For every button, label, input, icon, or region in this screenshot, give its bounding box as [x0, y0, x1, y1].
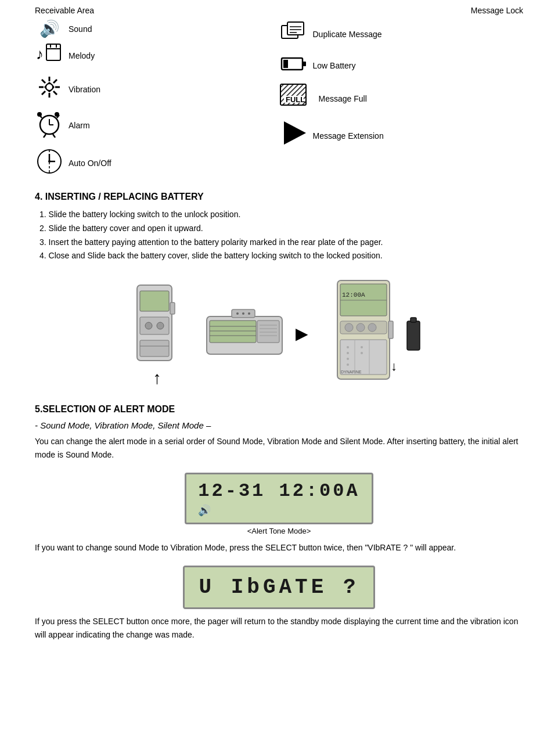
- svg-point-53: [242, 312, 244, 315]
- lcd-screen-alert: 12-31 12:00A 🔊: [185, 473, 373, 524]
- message-full-label: Message Full: [319, 94, 367, 103]
- svg-point-75: [347, 346, 349, 348]
- svg-rect-65: [340, 284, 387, 316]
- svg-line-23: [53, 134, 55, 138]
- svg-line-22: [44, 134, 46, 138]
- lcd-caption: <Alert Tone Mode>: [247, 527, 311, 535]
- icons-left-column: 🔊 Sound ♪ Melody: [35, 19, 279, 181]
- message-lock-label: Message Lock: [471, 6, 523, 15]
- svg-point-19: [37, 112, 42, 117]
- section4: 4. INSERTING / REPLACING BATTERY 1. Slid…: [35, 192, 523, 393]
- svg-rect-1: [46, 44, 60, 60]
- icon-row-message-full: FULL Message Full: [279, 81, 524, 116]
- auto-onoff-icon: [35, 147, 64, 179]
- receivable-area-label: Receivable Area: [35, 6, 94, 15]
- icon-row-auto-onoff: Auto On/Off: [35, 145, 279, 181]
- low-battery-icon: [279, 52, 308, 78]
- icon-row-sound: 🔊 Sound: [35, 19, 279, 39]
- right-arrow-icon: ▶: [296, 324, 308, 343]
- svg-point-77: [347, 358, 349, 360]
- section5-subheading: - Sound Mode, Vibration Mode, Silent Mod…: [35, 420, 523, 430]
- vibration-label: Vibration: [69, 85, 100, 94]
- svg-rect-82: [388, 321, 393, 339]
- auto-onoff-label: Auto On/Off: [69, 159, 111, 168]
- svg-point-54: [248, 312, 250, 315]
- step-3: 3. Insert the battery paying attention t…: [39, 236, 523, 250]
- pager-svg-1: [128, 279, 186, 372]
- svg-rect-59: [257, 321, 279, 343]
- lcd-sound-icon: 🔊: [198, 504, 211, 517]
- section5-body2: If you want to change sound Mode to Vibr…: [35, 541, 523, 554]
- icon-row-vibration: Vibration: [35, 72, 279, 106]
- svg-line-11: [53, 80, 57, 83]
- section4-heading: 4. INSERTING / REPLACING BATTERY: [35, 192, 523, 202]
- svg-point-80: [361, 352, 363, 354]
- lcd-vibrate-container: U IbGATE ?: [35, 566, 523, 609]
- icons-section: 🔊 Sound ♪ Melody: [35, 19, 523, 181]
- svg-line-10: [53, 91, 57, 95]
- step-2: 2. Slide the battery cover and open it u…: [39, 222, 523, 236]
- svg-point-45: [145, 322, 152, 329]
- sound-label: Sound: [69, 24, 92, 34]
- section5-heading: 5.SELECTION OF ALERT MODE: [35, 404, 523, 415]
- svg-point-70: [357, 323, 365, 332]
- step-1: 1. Slide the battery locking switch to t…: [39, 208, 523, 222]
- svg-rect-36: [283, 60, 288, 68]
- icon-row-message-extension: Message Extension: [279, 116, 524, 155]
- melody-icon: ♪: [35, 42, 64, 70]
- section5-body3: If you press the SELECT button once more…: [35, 615, 523, 641]
- svg-rect-47: [140, 340, 169, 357]
- svg-rect-55: [210, 321, 256, 343]
- vibration-icon: [35, 74, 64, 104]
- message-extension-icon: [279, 118, 308, 153]
- step-4: 4. Close and Slide back the battery cove…: [39, 249, 523, 263]
- battery-images: ↑: [35, 275, 523, 393]
- icon-row-melody: ♪ Melody: [35, 39, 279, 72]
- sound-icon: 🔊: [35, 21, 64, 37]
- svg-text:DYNAFINE: DYNAFINE: [341, 370, 362, 374]
- svg-point-14: [46, 84, 52, 90]
- svg-point-78: [347, 363, 349, 366]
- pager-svg-3: 12:00A DYNAFINE: [326, 275, 430, 391]
- top-labels: Receivable Area Message Lock: [35, 6, 523, 15]
- svg-point-69: [345, 323, 353, 332]
- svg-rect-49: [170, 303, 175, 314]
- svg-rect-44: [140, 317, 169, 334]
- svg-point-46: [157, 322, 164, 329]
- svg-text:12:00A: 12:00A: [342, 291, 365, 298]
- vibrate-text-display: U IbGATE ?: [199, 575, 359, 599]
- pager-device-3: 12:00A DYNAFINE: [326, 275, 430, 393]
- icon-row-low-battery: Low Battery: [279, 50, 524, 81]
- alarm-label: Alarm: [69, 121, 90, 130]
- pager-svg-2: [204, 308, 291, 360]
- svg-point-52: [236, 312, 239, 315]
- svg-line-9: [42, 80, 45, 83]
- lcd-time-display: 12-31 12:00A: [198, 480, 359, 502]
- svg-rect-35: [303, 62, 306, 66]
- svg-text:♪: ♪: [36, 46, 44, 63]
- svg-marker-41: [284, 121, 306, 145]
- section5: 5.SELECTION OF ALERT MODE - Sound Mode, …: [35, 404, 523, 641]
- svg-point-28: [48, 160, 51, 163]
- message-full-icon: FULL: [279, 83, 314, 114]
- icons-right-column: Duplicate Message Low Battery: [279, 19, 524, 181]
- pager-device-2-group: ▶: [204, 308, 308, 360]
- svg-rect-43: [140, 291, 169, 311]
- low-battery-label: Low Battery: [313, 61, 356, 70]
- svg-line-12: [42, 91, 45, 95]
- alarm-icon: [35, 109, 64, 142]
- duplicate-message-icon: [279, 21, 308, 48]
- lcd-screen-vibrate: U IbGATE ?: [183, 566, 375, 609]
- svg-point-76: [347, 352, 349, 354]
- svg-rect-83: [407, 321, 420, 350]
- pager-device-1: ↑: [128, 279, 186, 388]
- icon-row-alarm: Alarm: [35, 106, 279, 145]
- svg-text:FULL: FULL: [286, 95, 305, 104]
- lcd-alert-tone-container: 12-31 12:00A 🔊 <Alert Tone Mode>: [35, 473, 523, 535]
- svg-text:↓: ↓: [391, 359, 397, 373]
- steps-list: 1. Slide the battery locking switch to t…: [39, 208, 523, 263]
- svg-rect-84: [411, 318, 416, 322]
- svg-rect-72: [340, 340, 387, 375]
- melody-label: Melody: [69, 51, 95, 60]
- message-extension-label: Message Extension: [313, 131, 384, 141]
